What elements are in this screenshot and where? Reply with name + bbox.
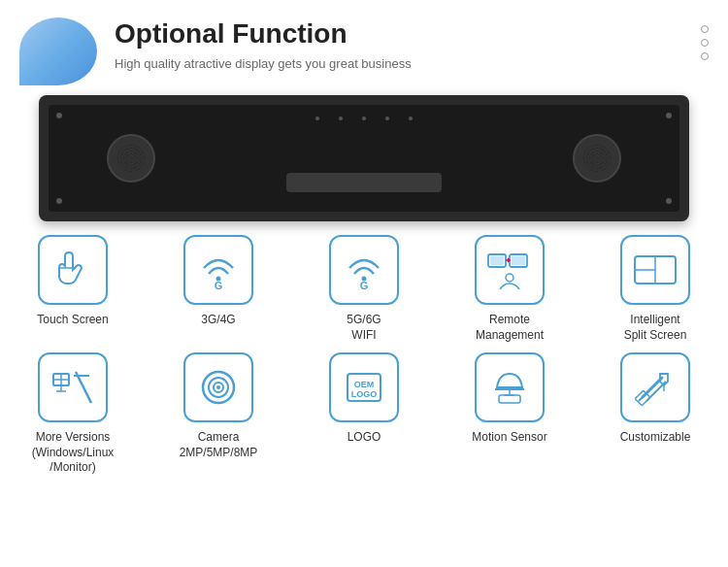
feature-split: Intelligent Split Screen: [597, 235, 713, 343]
speaker-right: [573, 134, 621, 183]
3g4g-icon: G: [194, 249, 243, 291]
speaker-left: [107, 134, 155, 183]
logo-icon: OEM LOGO: [340, 366, 388, 409]
svg-text:G: G: [360, 280, 369, 291]
feature-label-5g6g: 5G/6G WIFI: [347, 313, 381, 343]
dot-3[interactable]: [701, 52, 709, 60]
motion-sensor-icon: [485, 366, 534, 409]
feature-5g6g: G 5G/6G WIFI: [306, 235, 422, 343]
top-dot-4: [385, 117, 389, 120]
speaker-right-circle: [573, 134, 621, 183]
feature-remote: Remote Management: [451, 235, 568, 343]
monitor-inner: [49, 105, 679, 212]
speaker-left-circle: [107, 134, 155, 183]
dot-2[interactable]: [701, 39, 709, 47]
icon-box-3g4g: G: [183, 235, 253, 305]
feature-label-versions: More Versions (Windows/Linux /Monitor): [32, 430, 115, 476]
features-row-2: More Versions (Windows/Linux /Monitor) C…: [0, 352, 728, 476]
top-dot-3: [362, 117, 366, 120]
svg-text:OEM: OEM: [354, 380, 375, 389]
svg-rect-30: [499, 395, 520, 403]
feature-touch-screen: Touch Screen: [15, 235, 131, 343]
feature-custom: Customizable: [597, 352, 713, 476]
icon-box-camera: [183, 352, 253, 422]
icon-box-5g6g: G: [329, 235, 399, 305]
screw-br: [666, 198, 672, 204]
screw-tr: [666, 113, 672, 118]
feature-label-logo: LOGO: [347, 430, 381, 446]
feature-label-touch-screen: Touch Screen: [37, 313, 108, 328]
svg-point-9: [506, 274, 513, 282]
feature-label-custom: Customizable: [620, 430, 691, 446]
icon-box-logo: OEM LOGO: [329, 352, 399, 422]
remote-management-icon: [484, 249, 535, 291]
page-title: Optional Function: [115, 17, 701, 50]
svg-text:LOGO: LOGO: [351, 389, 378, 399]
icon-box-touch-screen: [38, 235, 108, 305]
feature-camera: Camera 2MP/5MP/8MP: [160, 352, 277, 476]
icon-box-versions: [38, 352, 108, 422]
feature-logo: OEM LOGO LOGO: [306, 352, 422, 476]
top-dot-5: [409, 117, 413, 120]
svg-point-23: [216, 385, 220, 389]
icon-box-split: [620, 235, 690, 305]
nav-dots: [701, 25, 709, 60]
icon-box-motion: [475, 352, 545, 422]
touch-screen-icon: [51, 249, 94, 291]
page-subtitle: High quality atractive display gets you …: [115, 56, 701, 71]
svg-rect-6: [490, 256, 504, 265]
dot-1[interactable]: [701, 25, 709, 33]
screw-tl: [56, 113, 62, 118]
feature-motion: Motion Sensor: [451, 352, 568, 476]
svg-text:G: G: [215, 280, 223, 291]
feature-versions: More Versions (Windows/Linux /Monitor): [15, 352, 131, 476]
speaker-holes-right: [582, 144, 612, 173]
header-text: Optional Function High quality atractive…: [115, 17, 701, 71]
speaker-holes-left: [116, 144, 146, 173]
monitor-container: [39, 95, 689, 221]
svg-rect-8: [512, 256, 525, 265]
monitor-image-area: [0, 95, 728, 221]
feature-label-motion: Motion Sensor: [472, 430, 546, 446]
screw-bl: [56, 198, 62, 204]
camera-icon: [194, 366, 243, 409]
port-bar-area: [286, 173, 442, 200]
split-screen-icon: [631, 249, 679, 291]
port-bar: [286, 173, 442, 192]
top-dot-1: [315, 117, 319, 120]
versions-icon: [49, 366, 97, 409]
feature-label-remote: Remote Management: [476, 313, 544, 343]
customizable-icon: [631, 366, 679, 409]
feature-3g4g: G 3G/4G: [160, 235, 277, 343]
features-row-1: Touch Screen G 3G/4G G 5G/6G WIFI: [0, 235, 728, 343]
feature-label-camera: Camera 2MP/5MP/8MP: [180, 430, 258, 460]
header-decoration: [19, 17, 97, 85]
icon-box-remote: [475, 235, 545, 305]
icon-box-custom: [620, 352, 690, 422]
top-dots-row: [315, 117, 413, 120]
header: Optional Function High quality atractive…: [0, 0, 728, 95]
5g6g-icon: G: [340, 249, 388, 291]
feature-label-split: Intelligent Split Screen: [624, 313, 687, 343]
top-dot-2: [339, 117, 343, 120]
feature-label-3g4g: 3G/4G: [201, 313, 235, 328]
